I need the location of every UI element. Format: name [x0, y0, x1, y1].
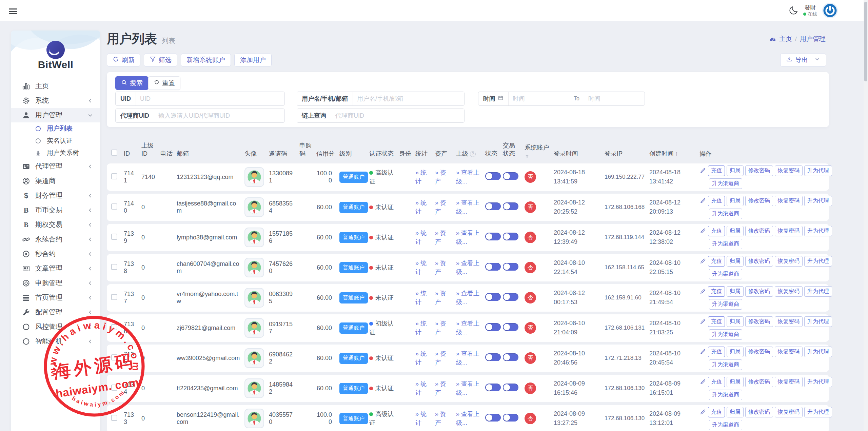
parent-link[interactable]: » 查看上级...: [456, 380, 479, 396]
sidebar-subitem[interactable]: 用户列表: [11, 122, 100, 135]
time-from-input[interactable]: [509, 92, 569, 105]
change-password-button[interactable]: 修改密码: [745, 316, 773, 327]
stats-link[interactable]: » 统计: [415, 260, 427, 275]
promote-agent-button[interactable]: 升为代理: [804, 196, 832, 206]
user-info[interactable]: 發財 在线: [803, 4, 817, 17]
edit-icon[interactable]: [699, 378, 706, 385]
sidebar-item[interactable]: 秒合约: [11, 247, 100, 261]
restore-password-button[interactable]: 恢复密码: [775, 196, 803, 206]
restore-password-button[interactable]: 恢复密码: [775, 286, 803, 297]
assets-link[interactable]: » 资产: [435, 411, 446, 426]
add-user-button[interactable]: 添加用户: [234, 54, 272, 66]
status-toggle[interactable]: [485, 233, 501, 240]
status-toggle[interactable]: [485, 384, 501, 391]
assets-link[interactable]: » 资产: [435, 380, 446, 396]
change-password-button[interactable]: 修改密码: [745, 377, 773, 387]
parent-link[interactable]: » 查看上级...: [456, 290, 479, 306]
sidebar-item[interactable]: 主页: [11, 79, 100, 93]
recharge-button[interactable]: 充值: [708, 286, 725, 297]
promote-agent-button[interactable]: 升为代理: [804, 286, 832, 297]
attribution-button[interactable]: 归属: [727, 347, 744, 357]
edit-icon[interactable]: [699, 228, 706, 234]
promote-agent-button[interactable]: 升为代理: [804, 165, 832, 176]
stats-link[interactable]: » 统计: [415, 411, 427, 426]
add-system-account-button[interactable]: 新增系统账户: [181, 54, 231, 66]
user-avatar[interactable]: [822, 2, 838, 19]
restore-password-button[interactable]: 恢复密码: [775, 165, 803, 176]
parent-link[interactable]: » 查看上级...: [456, 260, 479, 275]
reset-button[interactable]: 重置: [148, 76, 180, 90]
row-checkbox[interactable]: [111, 234, 117, 240]
trade-status-toggle[interactable]: [503, 233, 518, 240]
row-checkbox[interactable]: [111, 385, 117, 391]
agent-uid-input[interactable]: [154, 109, 284, 122]
promote-agent-button[interactable]: 升为代理: [804, 256, 832, 267]
attribution-button[interactable]: 归属: [727, 407, 744, 417]
promote-channel-button[interactable]: 升为渠道商: [709, 420, 742, 430]
attribution-button[interactable]: 归属: [727, 256, 744, 267]
edit-icon[interactable]: [699, 167, 706, 174]
promote-agent-button[interactable]: 升为代理: [804, 347, 832, 357]
stats-link[interactable]: » 统计: [415, 380, 427, 396]
promote-channel-button[interactable]: 升为渠道商: [709, 329, 742, 340]
recharge-button[interactable]: 充值: [708, 256, 725, 267]
status-toggle[interactable]: [485, 172, 501, 180]
status-toggle[interactable]: [485, 353, 501, 361]
stats-link[interactable]: » 统计: [415, 169, 427, 185]
trade-status-toggle[interactable]: [503, 323, 518, 331]
stats-link[interactable]: » 统计: [415, 320, 427, 336]
edit-icon[interactable]: [699, 348, 706, 355]
recharge-button[interactable]: 充值: [708, 226, 725, 236]
attribution-button[interactable]: 归属: [727, 377, 744, 387]
parent-link[interactable]: » 查看上级...: [456, 411, 479, 426]
assets-link[interactable]: » 资产: [435, 260, 446, 275]
restore-password-button[interactable]: 恢复密码: [775, 347, 803, 357]
trade-status-toggle[interactable]: [503, 293, 518, 301]
time-to-input[interactable]: [584, 92, 645, 105]
uid-input[interactable]: [136, 92, 284, 105]
dark-mode-icon[interactable]: [788, 5, 798, 16]
change-password-button[interactable]: 修改密码: [745, 347, 773, 357]
breadcrumb-current[interactable]: 用户管理: [800, 35, 826, 43]
sidebar-item[interactable]: Ƀ期权交易: [11, 217, 100, 232]
attribution-button[interactable]: 归属: [727, 316, 744, 327]
restore-password-button[interactable]: 恢复密码: [775, 256, 803, 267]
promote-agent-button[interactable]: 升为代理: [804, 407, 832, 417]
edit-icon[interactable]: [699, 409, 706, 415]
row-checkbox[interactable]: [111, 354, 117, 360]
status-toggle[interactable]: [485, 293, 501, 301]
row-checkbox[interactable]: [111, 173, 117, 179]
sidebar-item[interactable]: 文章管理: [11, 261, 100, 276]
change-password-button[interactable]: 修改密码: [745, 196, 773, 206]
recharge-button[interactable]: 充值: [708, 407, 725, 417]
edit-icon[interactable]: [699, 318, 706, 325]
sidebar-subitem[interactable]: 实名认证: [11, 135, 100, 147]
sidebar-item[interactable]: 首页管理: [11, 290, 100, 305]
refresh-button[interactable]: 刷新: [107, 54, 140, 66]
promote-agent-button[interactable]: 升为代理: [804, 316, 832, 327]
search-button[interactable]: 搜索: [115, 76, 149, 90]
status-toggle[interactable]: [485, 414, 501, 422]
change-password-button[interactable]: 修改密码: [745, 165, 773, 176]
stats-link[interactable]: » 统计: [415, 290, 427, 306]
change-password-button[interactable]: 修改密码: [745, 226, 773, 236]
scrollbar-thumb[interactable]: [864, 2, 867, 81]
sidebar-item[interactable]: B币币交易: [11, 203, 100, 217]
attribution-button[interactable]: 归属: [727, 196, 744, 206]
filter-button[interactable]: 筛选: [144, 54, 177, 66]
assets-link[interactable]: » 资产: [435, 230, 446, 245]
restore-password-button[interactable]: 恢复密码: [775, 226, 803, 236]
edit-icon[interactable]: [699, 197, 706, 204]
recharge-button[interactable]: 充值: [708, 196, 725, 206]
keyword-input[interactable]: [353, 92, 464, 105]
assets-link[interactable]: » 资产: [435, 290, 446, 306]
sidebar-item[interactable]: 永续合约: [11, 232, 100, 247]
trade-status-toggle[interactable]: [503, 384, 518, 391]
menu-toggle-icon[interactable]: [9, 7, 17, 16]
assets-link[interactable]: » 资产: [435, 320, 446, 336]
chain-query-input[interactable]: [331, 109, 464, 122]
parent-link[interactable]: » 查看上级...: [456, 320, 479, 336]
trade-status-toggle[interactable]: [503, 263, 518, 271]
restore-password-button[interactable]: 恢复密码: [775, 407, 803, 417]
status-toggle[interactable]: [485, 323, 501, 331]
